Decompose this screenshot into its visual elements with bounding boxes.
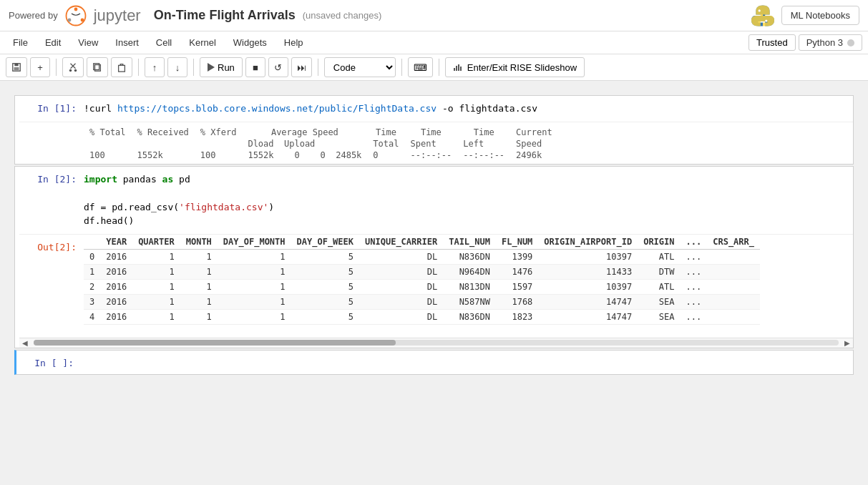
scroll-left-arrow[interactable]: ◀ [22, 339, 28, 347]
ml-notebooks-button[interactable]: ML Notebooks [781, 6, 859, 25]
row-0-tail: N836DN [443, 249, 496, 264]
save-button[interactable] [6, 57, 27, 77]
menu-help[interactable]: Help [277, 34, 311, 51]
code-line-1: !curl https://topcs.blob.core.windows.ne… [84, 102, 847, 116]
restart-run-button[interactable]: ⏭ [291, 57, 312, 77]
cell-1-input: In [1]: !curl https://topcs.blob.core.wi… [19, 96, 853, 122]
keyboard-shortcuts-button[interactable]: ⌨ [408, 57, 433, 77]
row-0-flnum: 1399 [496, 249, 538, 264]
add-cell-button[interactable]: + [30, 57, 50, 77]
cell-1-code[interactable]: !curl https://topcs.blob.core.windows.ne… [84, 102, 847, 116]
row-2-carrier: DL [359, 279, 443, 294]
row-4-dom: 1 [218, 309, 291, 324]
curl-col-current: Current [510, 127, 558, 138]
menu-kernel[interactable]: Kernel [182, 34, 223, 51]
move-down-button[interactable]: ↓ [167, 57, 187, 77]
row-4-month: 1 [180, 309, 218, 324]
powered-by-text: Powered by [9, 10, 58, 21]
curl-table: % Total % Received % Xferd Average Speed… [84, 127, 558, 161]
cut-button[interactable] [62, 57, 84, 77]
row-2-quarter: 1 [132, 279, 180, 294]
row-1-tail: N964DN [443, 264, 496, 279]
empty-cell-content[interactable] [81, 356, 847, 367]
row-0-airport-id: 10397 [538, 249, 638, 264]
row-0-month: 1 [180, 249, 218, 264]
cell-1-prompt: In [1]: [19, 102, 84, 114]
row-2-crs [707, 279, 760, 294]
svg-point-1 [74, 7, 77, 11]
empty-cell-input: In [ ]: [16, 351, 853, 374]
curl-subheader-row: Dload Upload Total Spent Left Speed [84, 138, 558, 150]
col-origin: ORIGIN [638, 235, 680, 250]
row-1-quarter: 1 [132, 264, 180, 279]
kernel-info: Python 3 [799, 34, 862, 51]
menu-view[interactable]: View [71, 34, 105, 51]
curl-col-pct-total: % Total [84, 127, 132, 138]
menu-cell[interactable]: Cell [149, 34, 179, 51]
code-line-blank [84, 186, 847, 200]
menu-file[interactable]: File [6, 34, 35, 51]
cell-2-output: Out[2]: YEAR QUARTER MONTH DAY_OF_M [19, 234, 853, 348]
row-4-carrier: DL [359, 309, 443, 324]
curl-data-total: 1552k [132, 150, 195, 161]
menu-edit[interactable]: Edit [38, 34, 68, 51]
row-0-origin: ATL [638, 249, 680, 264]
empty-cell: In [ ]: [14, 350, 854, 375]
toolbar: + ↑ ↓ Run ■ ↺ ⏭ Code Markdown Raw NBConv… [0, 54, 868, 81]
cell-type-select[interactable]: Code Markdown Raw NBConvert [324, 57, 396, 77]
empty-cell-textfield[interactable] [81, 356, 847, 367]
move-up-button[interactable]: ↑ [145, 57, 165, 77]
horizontal-scrollbar[interactable]: ◀ ▶ [19, 338, 853, 348]
row-2-year: 2016 [100, 279, 132, 294]
run-icon [208, 63, 215, 72]
cell-2-code[interactable]: import pandas as pd df = pd.read_csv('fl… [84, 172, 847, 228]
cell-2-input: In [2]: import pandas as pd df = pd.read… [19, 167, 853, 234]
row-0-carrier: DL [359, 249, 443, 264]
row-4-origin: SEA [638, 309, 680, 324]
topbar: Powered by jupyter On-Time Flight Arriva… [0, 0, 868, 31]
cell-2: In [2]: import pandas as pd df = pd.read… [14, 166, 854, 348]
kernel-name: Python 3 [806, 37, 843, 48]
svg-point-12 [74, 69, 77, 72]
row-4-crs [707, 309, 760, 324]
paste-button[interactable] [111, 57, 132, 77]
menu-widgets[interactable]: Widgets [226, 34, 274, 51]
row-2-airport-id: 10397 [538, 279, 638, 294]
run-label: Run [218, 62, 235, 73]
row-4-airport-id: 14747 [538, 309, 638, 324]
row-3-month: 1 [180, 294, 218, 309]
col-tail-num: TAIL_NUM [443, 235, 496, 250]
row-3-tail: N587NW [443, 294, 496, 309]
curl-data-speed: 2496k [510, 150, 558, 161]
menu-insert[interactable]: Insert [108, 34, 146, 51]
cell-2-wrapper: In [2]: import pandas as pd df = pd.read… [15, 167, 853, 348]
notebook-title[interactable]: On-Time Flight Arrivals [154, 8, 296, 23]
bar-chart-icon [453, 64, 463, 71]
jupyter-logo-icon [65, 5, 87, 26]
curl-data-time1: 0 [367, 150, 404, 161]
toolbar-separator-1 [56, 59, 57, 76]
table-container[interactable]: YEAR QUARTER MONTH DAY_OF_MONTH DAY_OF_W… [84, 235, 853, 338]
row-0-crs [707, 249, 760, 264]
rise-slideshow-button[interactable]: Enter/Exit RISE Slideshow [445, 57, 585, 77]
code-line-head: df.head() [84, 214, 847, 228]
trusted-button[interactable]: Trusted [748, 34, 796, 51]
col-origin-airport-id: ORIGIN_AIRPORT_ID [538, 235, 638, 250]
row-3-dow: 5 [291, 294, 359, 309]
copy-button[interactable] [87, 57, 108, 77]
python-icon [751, 4, 774, 27]
curl-col-time: Time [367, 127, 404, 138]
cell-2-prompt: In [2]: [19, 172, 84, 185]
stop-button[interactable]: ■ [245, 57, 265, 77]
scroll-track[interactable] [34, 340, 839, 346]
svg-marker-16 [208, 63, 215, 72]
restart-button[interactable]: ↺ [268, 57, 288, 77]
kernel-status-dot [847, 39, 854, 46]
curl-col-pct-received: % Received [132, 127, 195, 138]
run-button[interactable]: Run [200, 57, 243, 77]
table-header-row: YEAR QUARTER MONTH DAY_OF_MONTH DAY_OF_W… [84, 235, 760, 250]
topbar-right: ML Notebooks [751, 4, 859, 27]
scroll-right-arrow[interactable]: ▶ [844, 339, 850, 347]
scroll-thumb[interactable] [34, 340, 396, 346]
toolbar-separator-6 [439, 59, 439, 76]
